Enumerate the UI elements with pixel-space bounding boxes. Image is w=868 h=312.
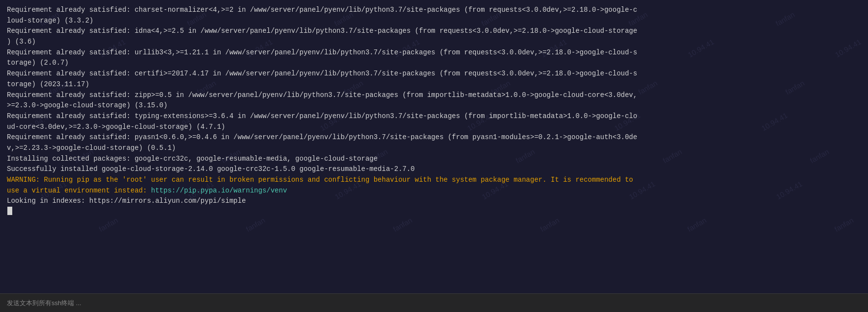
terminal-container: fanfanfanfanfanfanfanfanfanfanfanfan10.9… <box>0 0 868 312</box>
watermark: fanfan <box>539 216 561 234</box>
watermark: fanfan <box>686 216 708 234</box>
terminal-line: Looking in indexes: https://mirrors.aliy… <box>7 196 861 207</box>
terminal-output[interactable]: fanfanfanfanfanfanfanfanfanfanfanfan10.9… <box>0 0 868 293</box>
terminal-line: Requirement already satisfied: idna<4,>=… <box>7 26 861 47</box>
terminal-line: Requirement already satisfied: urllib3<3… <box>7 48 861 69</box>
watermark: fanfan <box>245 216 267 234</box>
watermark: fanfan <box>98 216 120 234</box>
terminal-line: Requirement already satisfied: typing-ex… <box>7 111 861 132</box>
terminal-line: Requirement already satisfied: zipp>=0.5… <box>7 90 861 111</box>
terminal-line: Successfully installed google-cloud-stor… <box>7 164 861 175</box>
terminal-line: Requirement already satisfied: pyasn1<0.… <box>7 132 861 153</box>
terminal-line: WARNING: Running pip as the 'root' user … <box>7 175 861 196</box>
terminal-footer[interactable]: 发送文本到所有ssh终端 ... <box>0 293 868 312</box>
terminal-line: Installing collected packages: google-cr… <box>7 154 861 165</box>
terminal-lines: Requirement already satisfied: charset-n… <box>7 5 861 215</box>
terminal-line: Requirement already satisfied: charset-n… <box>7 5 861 26</box>
terminal-cursor <box>7 207 12 215</box>
cursor-line <box>7 207 861 215</box>
watermark: fanfan <box>392 216 414 234</box>
watermark: fanfan <box>833 216 855 234</box>
terminal-line: Requirement already satisfied: certifi>=… <box>7 69 861 90</box>
warning-url: https://pip.pypa.io/warnings/venv <box>151 187 287 194</box>
footer-send-text: 发送文本到所有ssh终端 ... <box>7 299 81 308</box>
